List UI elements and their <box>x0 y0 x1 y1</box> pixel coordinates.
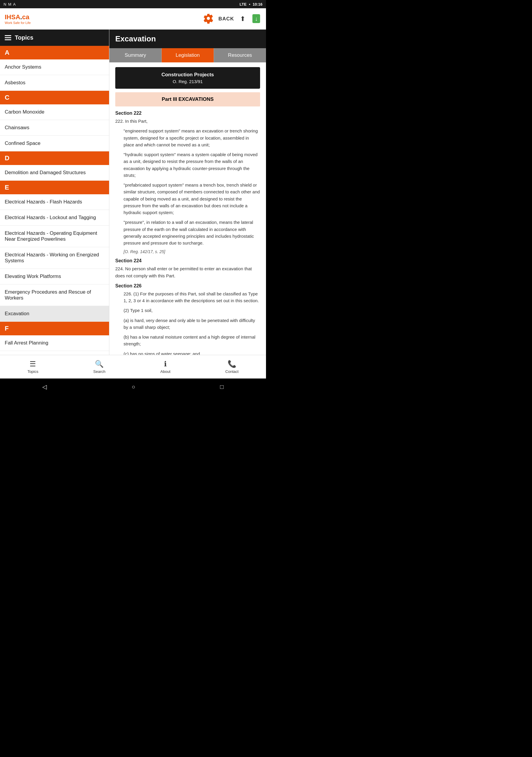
android-nav: ◁ ○ □ <box>0 378 266 395</box>
logo-tagline: Work Safe for Life <box>5 21 31 24</box>
android-back-button[interactable]: ◁ <box>42 383 47 390</box>
section-226-1: 226. (1) For the purposes of this Part, … <box>115 290 260 304</box>
mail-icon: M <box>8 2 11 7</box>
alpha-section-c: C <box>0 91 109 105</box>
info-icon: ℹ <box>164 360 167 368</box>
nav-contact-label: Contact <box>225 369 239 374</box>
share-button[interactable]: ⬆ <box>239 14 247 24</box>
status-bar: N M A LTE ▪ 10:16 <box>0 0 266 8</box>
sidebar-item-elec-flash[interactable]: Electrical Hazards - Flash Hazards <box>0 194 109 210</box>
topics-icon: ☰ <box>30 360 36 368</box>
section-226-2b: (b) has a low natural moisture content a… <box>115 334 260 348</box>
regulation-subtitle: O. Reg. 213/91 <box>121 79 254 84</box>
sidebar-header: Topics <box>0 30 109 46</box>
section-226-label: Section 226 <box>115 283 260 288</box>
section-222-engineered: "engineered support system" means an exc… <box>115 128 260 148</box>
tab-summary[interactable]: Summary <box>109 48 162 62</box>
sidebar-item-asbestos[interactable]: Asbestos <box>0 75 109 91</box>
main-layout: Topics A Anchor Systems Asbestos C Carbo… <box>0 30 266 355</box>
status-icons: N M A <box>4 2 16 7</box>
alpha-section-e: E <box>0 181 109 194</box>
section-226-2a: (a) is hard, very dense and only able to… <box>115 317 260 331</box>
sidebar: Topics A Anchor Systems Asbestos C Carbo… <box>0 30 109 355</box>
logo-ihsa: IHSA <box>5 13 20 21</box>
content-area: Excavation Summary Legislation Resources… <box>109 30 266 355</box>
status-right: LTE ▪ 10:16 <box>240 2 262 7</box>
sidebar-item-carbon-monoxide[interactable]: Carbon Monoxide <box>0 105 109 120</box>
alert-icon: A <box>13 2 16 7</box>
sidebar-item-anchor-systems[interactable]: Anchor Systems <box>0 59 109 75</box>
top-header: IHSA.ca Work Safe for Life BACK ⬆ ↓ <box>0 8 266 30</box>
notification-icon: N <box>4 2 6 7</box>
sidebar-item-elec-operating[interactable]: Electrical Hazards - Operating Equipment… <box>0 226 109 247</box>
settings-button[interactable] <box>203 13 214 24</box>
download-button[interactable]: ↓ <box>251 14 261 23</box>
sidebar-item-chainsaws[interactable]: Chainsaws <box>0 120 109 136</box>
nav-topics-label: Topics <box>27 369 39 374</box>
logo-area: IHSA.ca Work Safe for Life <box>5 13 31 24</box>
time-display: 10:16 <box>253 2 262 7</box>
android-recents-button[interactable]: □ <box>220 383 223 390</box>
bottom-nav: ☰ Topics 🔍 Search ℹ About 📞 Contact <box>0 355 266 378</box>
phone-icon: 📞 <box>227 360 236 368</box>
logo-ca: ca <box>22 13 29 21</box>
nav-search-label: Search <box>93 369 105 374</box>
signal-icon: LTE <box>240 2 247 7</box>
nav-about-label: About <box>161 369 170 374</box>
sidebar-item-elec-lockout[interactable]: Electrical Hazards - Lockout and Tagging <box>0 210 109 226</box>
section-224-text: 224. No person shall enter or be permitt… <box>115 265 260 279</box>
content-title: Excavation <box>109 30 266 48</box>
header-actions: BACK ⬆ ↓ <box>203 13 261 24</box>
regulation-header: Construction Projects O. Reg. 213/91 <box>115 67 260 89</box>
logo-text: IHSA.ca <box>5 13 29 21</box>
android-home-button[interactable]: ○ <box>132 383 135 390</box>
section-222-note: [O. Reg. 142/17, s. 25] <box>124 249 260 254</box>
section-226-2c: (c) has no signs of water seepage; and <box>115 350 260 355</box>
tab-legislation[interactable]: Legislation <box>162 48 214 62</box>
section-226-2: (2) Type 1 soil, <box>115 307 260 314</box>
alpha-section-f: F <box>0 322 109 335</box>
hamburger-icon[interactable] <box>5 35 11 40</box>
section-222-pressure: "pressure", in relation to a wall of an … <box>115 219 260 246</box>
nav-contact[interactable]: 📞 Contact <box>225 360 239 374</box>
sidebar-item-elec-working[interactable]: Electrical Hazards - Working on Energize… <box>0 247 109 269</box>
download-icon: ↓ <box>252 14 260 23</box>
nav-search[interactable]: 🔍 Search <box>93 360 105 374</box>
tab-resources[interactable]: Resources <box>214 48 266 62</box>
sidebar-item-confined-space[interactable]: Confined Space <box>0 136 109 151</box>
battery-icon: ▪ <box>249 2 250 7</box>
section-222-intro: 222. In this Part, <box>115 118 260 125</box>
sidebar-item-demolition[interactable]: Demolition and Damaged Structures <box>0 165 109 181</box>
sidebar-item-fall-protection[interactable]: Fall Protection Equipment <box>0 351 109 355</box>
section-222-hydraulic: "hydraulic support system" means a syste… <box>115 151 260 179</box>
sidebar-title: Topics <box>15 34 33 41</box>
share-icon: ⬆ <box>240 15 245 22</box>
sidebar-item-excavation[interactable]: Excavation <box>0 306 109 322</box>
gear-icon <box>203 13 214 24</box>
section-banner: Part III EXCAVATIONS <box>115 92 260 106</box>
alpha-section-a: A <box>0 46 109 59</box>
section-222-prefab: "prefabricated support system" means a t… <box>115 182 260 216</box>
alpha-section-d: D <box>0 151 109 165</box>
search-icon: 🔍 <box>95 360 104 368</box>
regulation-title: Construction Projects <box>121 72 254 78</box>
tab-bar: Summary Legislation Resources <box>109 48 266 62</box>
section-222-label: Section 222 <box>115 110 260 116</box>
sidebar-item-emergency[interactable]: Emergency Procedures and Rescue of Worke… <box>0 285 109 306</box>
content-body: Construction Projects O. Reg. 213/91 Par… <box>109 62 266 355</box>
sidebar-item-fall-arrest[interactable]: Fall Arrest Planning <box>0 335 109 351</box>
sidebar-item-elevating[interactable]: Elevating Work Platforms <box>0 269 109 285</box>
nav-about[interactable]: ℹ About <box>161 360 170 374</box>
nav-topics[interactable]: ☰ Topics <box>27 360 39 374</box>
back-button[interactable]: BACK <box>219 16 234 22</box>
section-224-label: Section 224 <box>115 258 260 263</box>
